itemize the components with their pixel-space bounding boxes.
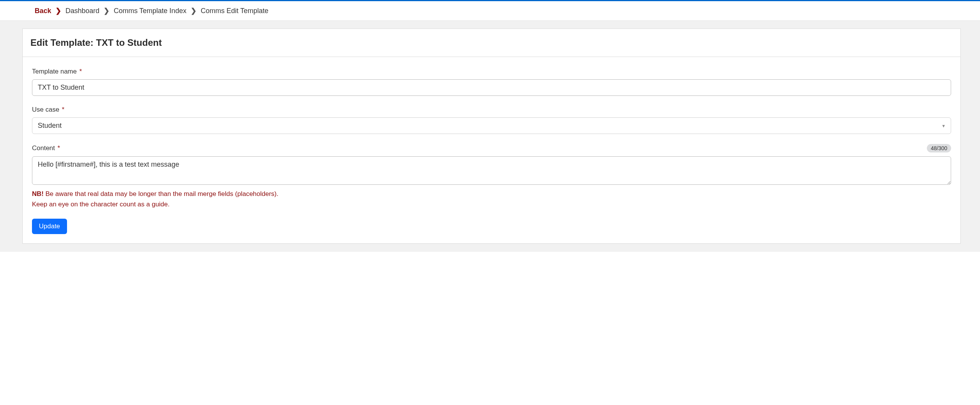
content-group: Content * 48/300 NB! Be aware that real … <box>32 144 951 209</box>
template-name-label: Template name * <box>32 68 951 75</box>
breadcrumb-template-index-link[interactable]: Comms Template Index <box>114 7 186 15</box>
use-case-label: Use case * <box>32 106 951 114</box>
update-button[interactable]: Update <box>32 219 67 234</box>
required-asterisk: * <box>57 144 60 152</box>
content-warning: NB! Be aware that real data may be longe… <box>32 189 951 209</box>
label-text: Content <box>32 144 55 152</box>
chevron-right-icon: ❯ <box>191 7 196 15</box>
chevron-right-icon: ❯ <box>55 7 61 15</box>
use-case-select[interactable]: Student <box>32 117 951 134</box>
required-asterisk: * <box>62 106 65 113</box>
label-text: Use case <box>32 106 59 113</box>
use-case-select-wrapper: Student ▼ <box>32 117 951 134</box>
card-body: Template name * Use case * Student ▼ <box>23 57 960 243</box>
warning-line1: Be aware that real data may be longer th… <box>45 190 279 197</box>
page-title: Edit Template: TXT to Student <box>30 37 953 48</box>
breadcrumb: Back ❯ Dashboard ❯ Comms Template Index … <box>0 1 980 21</box>
breadcrumb-back-link[interactable]: Back <box>35 7 51 15</box>
content-textarea[interactable] <box>32 156 951 185</box>
content-label-row: Content * 48/300 <box>32 144 951 152</box>
card-header: Edit Template: TXT to Student <box>23 29 960 57</box>
use-case-group: Use case * Student ▼ <box>32 106 951 134</box>
chevron-right-icon: ❯ <box>104 7 109 15</box>
character-counter: 48/300 <box>927 144 951 152</box>
label-text: Template name <box>32 68 77 75</box>
page-background: Edit Template: TXT to Student Template n… <box>0 21 980 252</box>
template-name-input[interactable] <box>32 79 951 96</box>
content-label: Content * <box>32 144 60 152</box>
breadcrumb-dashboard-link[interactable]: Dashboard <box>65 7 99 15</box>
breadcrumb-current: Comms Edit Template <box>201 7 268 15</box>
warning-line2: Keep an eye on the character count as a … <box>32 201 169 208</box>
template-name-group: Template name * <box>32 68 951 96</box>
edit-template-card: Edit Template: TXT to Student Template n… <box>22 28 961 244</box>
warning-nb: NB! <box>32 190 44 197</box>
required-asterisk: * <box>79 68 82 75</box>
